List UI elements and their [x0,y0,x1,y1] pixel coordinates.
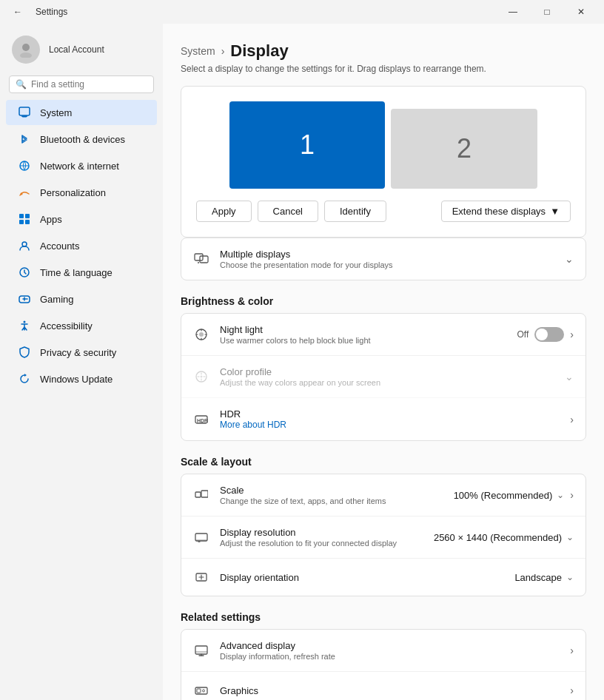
night-light-right: Off › [517,327,574,342]
monitor-2[interactable]: 2 [391,109,537,189]
titlebar-controls: — □ ✕ [496,0,598,24]
resolution-icon [193,529,209,545]
scale-right: 100% (Recommended) ⌄ › [454,489,574,501]
svg-rect-2 [19,107,30,115]
scale-icon [193,487,209,503]
night-light-row[interactable]: Night light Use warmer colors to help bl… [181,314,585,356]
update-icon [18,372,31,386]
sidebar-item-apps[interactable]: Apps [6,206,157,232]
sidebar-label-time: Time & language [40,267,113,278]
sidebar-item-accounts[interactable]: Accounts [6,233,157,258]
graphics-row[interactable]: Graphics › [181,672,585,700]
svg-point-0 [22,44,30,51]
sidebar-item-personalization[interactable]: Personalization [6,180,157,205]
titlebar-left: ← Settings [6,0,67,24]
monitor-1[interactable]: 1 [229,101,385,189]
color-profile-row[interactable]: Color profile Adjust the way colors appe… [181,356,585,398]
sidebar-item-system[interactable]: System [6,100,157,125]
identify-button[interactable]: Identify [324,201,386,222]
sidebar-label-accounts: Accounts [40,240,79,252]
advanced-display-row[interactable]: Advanced display Display information, re… [181,630,585,672]
multiple-displays-icon [193,251,209,267]
bluetooth-icon [18,132,31,146]
cancel-button[interactable]: Cancel [258,201,318,222]
related-card: Advanced display Display information, re… [181,629,586,700]
close-button[interactable]: ✕ [564,0,598,24]
orientation-row[interactable]: Display orientation Landscape ⌄ [181,559,585,596]
night-light-toggle[interactable] [534,327,564,342]
night-light-icon [193,326,209,343]
sidebar-label-gaming: Gaming [40,294,74,305]
svg-rect-10 [25,220,30,224]
hdr-content: HDR More about HDR [220,408,560,430]
sidebar-label-apps: Apps [40,214,62,225]
sidebar-item-gaming[interactable]: Gaming [6,286,157,312]
hdr-link[interactable]: More about HDR [220,420,560,430]
sidebar-item-network[interactable]: Network & internet [6,153,157,178]
resolution-label: Display resolution [220,527,423,538]
sidebar-label-update: Windows Update [40,374,113,385]
hdr-icon: HDR [193,411,209,428]
back-button[interactable]: ← [6,0,30,24]
advanced-display-sublabel: Display information, refresh rate [220,652,560,661]
extend-chevron-icon: ▼ [550,206,560,217]
advanced-display-chevron: › [570,645,574,656]
scale-content: Scale Change the size of text, apps, and… [220,485,443,505]
sidebar-profile: Local Account [0,24,163,73]
graphics-content: Graphics [220,685,560,696]
scale-sublabel: Change the size of text, apps, and other… [220,497,443,505]
breadcrumb-parent: System [181,45,215,57]
color-profile-chevron: ⌄ [565,371,574,383]
privacy-icon [18,346,31,359]
extend-displays-button[interactable]: Extend these displays ▼ [441,201,571,222]
resolution-dropdown[interactable]: 2560 × 1440 (Recommended) ⌄ [434,532,574,543]
titlebar: ← Settings — □ ✕ [0,0,604,24]
apply-button[interactable]: Apply [196,201,252,222]
svg-text:HDR: HDR [197,418,208,423]
svg-rect-25 [195,534,207,541]
night-light-content: Night light Use warmer colors to help bl… [220,324,507,345]
scale-row[interactable]: Scale Change the size of text, apps, and… [181,474,585,516]
maximize-button[interactable]: □ [530,0,564,24]
night-light-chevron: › [570,329,574,340]
sidebar-item-bluetooth[interactable]: Bluetooth & devices [6,127,157,152]
search-box[interactable]: 🔍 [9,75,154,93]
resolution-content: Display resolution Adjust the resolution… [220,527,423,548]
page-description: Select a display to change the settings … [181,64,586,74]
night-light-label: Night light [220,324,507,335]
orientation-label: Display orientation [220,572,504,583]
advanced-display-right: › [570,645,574,656]
advanced-display-icon [193,642,209,659]
profile-name: Local Account [49,44,104,55]
display-monitors: 1 2 [196,101,571,189]
multiple-displays-row[interactable]: Multiple displays Choose the presentatio… [181,238,585,280]
graphics-right: › [570,684,574,696]
svg-point-14 [27,298,28,300]
sidebar-item-privacy[interactable]: Privacy & security [6,340,157,365]
scale-section-title: Scale & layout [181,456,586,468]
sidebar-item-accessibility[interactable]: Accessibility [6,313,157,338]
svg-rect-9 [19,220,24,224]
search-input[interactable] [31,79,147,90]
scale-value: 100% (Recommended) [454,490,553,501]
night-light-status: Off [517,329,529,340]
sidebar-item-update[interactable]: Windows Update [6,366,157,391]
main-content: System › Display Select a display to cha… [163,24,604,700]
multiple-displays-card: Multiple displays Choose the presentatio… [181,238,586,280]
related-section-title: Related settings [181,611,586,623]
minimize-button[interactable]: — [496,0,530,24]
sidebar-label-personalization: Personalization [40,187,106,198]
resolution-row[interactable]: Display resolution Adjust the resolution… [181,516,585,559]
hdr-row[interactable]: HDR HDR More about HDR › [181,398,585,440]
sidebar-label-accessibility: Accessibility [40,320,93,332]
sidebar-item-time[interactable]: Time & language [6,260,157,285]
scale-dropdown[interactable]: 100% (Recommended) ⌄ [454,490,565,501]
graphics-icon [193,682,209,699]
page-title: Display [230,41,288,61]
svg-rect-16 [195,254,203,260]
scale-dropdown-arrow: ⌄ [557,490,564,500]
multiple-displays-label: Multiple displays [220,249,554,260]
sidebar-label-bluetooth: Bluetooth & devices [40,134,125,145]
personalization-icon [18,186,31,199]
orientation-dropdown[interactable]: Landscape ⌄ [514,572,574,583]
